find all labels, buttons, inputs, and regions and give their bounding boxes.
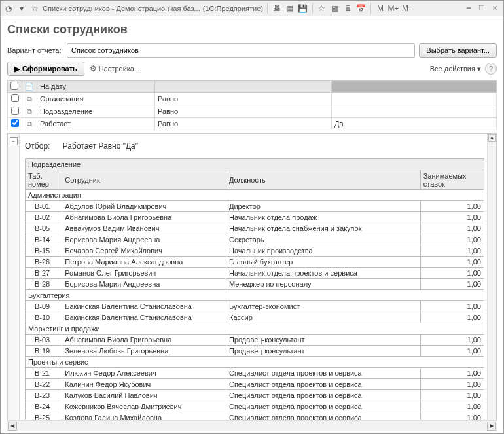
date-icon: 📄 xyxy=(22,81,37,93)
window-title-left: Списки сотрудников - Демонстрационная ба… xyxy=(43,5,200,12)
filter-field-icon: ⧉ xyxy=(22,105,37,118)
close-button[interactable]: ✕ xyxy=(489,3,501,14)
filter-value[interactable] xyxy=(332,93,497,105)
cell-rate: 1,00 xyxy=(420,312,484,323)
table-row[interactable]: В-15Бочаров Сергей МихайловичНачальник п… xyxy=(26,245,484,257)
report-scroll[interactable]: Отбор: Работает Равно "Да" Подразделение… xyxy=(20,134,487,420)
table-row[interactable]: В-01Абдулов Юрий ВладимировичДиректор1,0… xyxy=(26,201,484,212)
cell-position: Начальник отдела проектов и сервиса xyxy=(226,268,420,279)
filter-row[interactable]: ⧉ОрганизацияРавно xyxy=(8,93,497,105)
help-button[interactable]: ? xyxy=(485,63,497,75)
scroll-left-icon[interactable]: ◀ xyxy=(8,422,17,431)
filter-value[interactable] xyxy=(332,105,497,118)
settings-link[interactable]: Настройка... xyxy=(99,65,140,73)
dept-group-header[interactable]: Проекты и сервис xyxy=(26,357,484,368)
form-button[interactable]: ▶ Сформировать xyxy=(7,62,84,76)
filter-date-header: На дату xyxy=(37,81,155,93)
filter-check[interactable] xyxy=(8,93,22,105)
cell-employee: Романов Олег Григорьевич xyxy=(62,268,226,279)
cell-employee: Борисова Мария Андреевна xyxy=(62,279,226,290)
cell-position: Начальник производства xyxy=(226,245,420,257)
outline-gutter: − xyxy=(8,134,20,420)
table-row[interactable]: В-25Козлова Галина МихайловнаСпециалист … xyxy=(26,412,484,420)
table-row[interactable]: В-21Илюхин Федор АлексеевичСпециалист от… xyxy=(26,368,484,379)
table-row[interactable]: В-27Романов Олег ГригорьевичНачальник от… xyxy=(26,268,484,279)
table-row[interactable]: В-23Калуков Василий ПавловичСпециалист о… xyxy=(26,390,484,401)
table-row[interactable]: В-09Бакинская Валентина СтаниславовнаБух… xyxy=(26,301,484,312)
star-icon[interactable]: ☆ xyxy=(29,3,40,14)
all-actions-link[interactable]: Все действия ▾ xyxy=(430,65,481,73)
table-row[interactable]: В-03Абнагимова Виола ГригорьевнаПродавец… xyxy=(26,335,484,346)
filter-row[interactable]: ⧉ПодразделениеРавно xyxy=(8,105,497,118)
scroll-right-icon[interactable]: ▶ xyxy=(487,422,496,431)
cell-employee: Абдулов Юрий Владимирович xyxy=(62,201,226,212)
cell-rate: 1,00 xyxy=(420,401,484,412)
settings-icon[interactable]: ⚙ xyxy=(88,63,99,74)
cell-position: Начальник отдела продаж xyxy=(226,212,420,223)
cell-tabno: В-19 xyxy=(26,346,62,357)
mem-m-icon[interactable]: M xyxy=(375,3,386,14)
filter-check[interactable] xyxy=(8,105,22,118)
cell-position: Кассир xyxy=(226,312,420,323)
cell-position: Специалист отдела проектов и сервиса xyxy=(226,379,420,390)
cell-tabno: В-09 xyxy=(26,301,62,312)
cell-tabno: В-01 xyxy=(26,201,62,212)
calendar-icon[interactable]: 📅 xyxy=(356,3,367,14)
filter-condition[interactable]: Равно xyxy=(155,105,332,118)
cell-employee: Козлова Галина Михайловна xyxy=(62,412,226,420)
scroll-up-icon[interactable]: ▲ xyxy=(488,134,496,142)
dept-group-header[interactable]: Маркетинг и продажи xyxy=(26,323,484,335)
page-title: Списки сотрудников xyxy=(7,23,497,37)
cell-position: Главный бухгалтер xyxy=(226,257,420,268)
history-icon[interactable]: ▩ xyxy=(330,3,340,14)
table-row[interactable]: В-05Аввакумов Вадим ИвановичНачальник от… xyxy=(26,223,484,234)
mem-mminus-icon[interactable]: M- xyxy=(401,3,412,14)
cell-rate: 1,00 xyxy=(420,412,484,420)
cell-rate: 1,00 xyxy=(420,346,484,357)
table-row[interactable]: В-10Бакинская Валентина СтаниславовнаКас… xyxy=(26,312,484,323)
variant-label: Вариант отчета: xyxy=(7,46,63,54)
report-filter-line: Отбор: Работает Равно "Да" xyxy=(25,141,484,151)
cell-tabno: В-05 xyxy=(26,223,62,234)
app-icon: ◔ xyxy=(3,3,14,14)
preview-icon[interactable]: ▤ xyxy=(285,3,295,14)
calc-icon[interactable]: 🖩 xyxy=(343,3,353,14)
filter-check-header[interactable] xyxy=(8,81,22,93)
filter-value[interactable]: Да xyxy=(332,118,497,130)
mem-mplus-icon[interactable]: M+ xyxy=(388,3,399,14)
save-icon[interactable]: 💾 xyxy=(298,3,308,14)
table-row[interactable]: В-28Борисова Мария АндреевнаМенеджер по … xyxy=(26,279,484,290)
table-row[interactable]: В-26Петрова Марианна АлександровнаГлавны… xyxy=(26,257,484,268)
collapse-toggle[interactable]: − xyxy=(10,137,18,145)
choose-variant-button[interactable]: Выбрать вариант... xyxy=(419,43,497,58)
table-row[interactable]: В-02Абнагимова Виола ГригорьевнаНачальни… xyxy=(26,212,484,223)
dept-group-header[interactable]: Администрация xyxy=(26,190,484,201)
dept-group-header[interactable]: Бухгалтерия xyxy=(26,290,484,301)
cell-rate: 1,00 xyxy=(420,379,484,390)
print-icon[interactable]: 🖶 xyxy=(272,3,282,14)
cell-employee: Калуков Василий Павлович xyxy=(62,390,226,401)
filter-condition[interactable]: Равно xyxy=(155,118,332,130)
table-row[interactable]: В-24Кожевников Вячеслав ДмитриевичСпециа… xyxy=(26,401,484,412)
titlebar: ◔ ▾ ☆ Списки сотрудников - Демонстрацион… xyxy=(1,1,503,16)
cell-rate: 1,00 xyxy=(420,268,484,279)
cell-position: Специалист отдела проектов и сервиса xyxy=(226,390,420,401)
favorite-icon[interactable]: ☆ xyxy=(317,3,327,14)
variant-input[interactable] xyxy=(67,43,415,58)
maximize-button[interactable]: ☐ xyxy=(476,3,488,14)
filter-check[interactable] xyxy=(8,118,22,130)
filter-header-row: 📄 На дату xyxy=(8,81,497,93)
horizontal-scrollbar[interactable]: ◀ ▶ xyxy=(7,420,497,431)
col-dept-header: Подразделение xyxy=(26,159,484,170)
filter-row[interactable]: ⧉РаботаетРавноДа xyxy=(8,118,497,130)
table-row[interactable]: В-14Борисова Мария АндреевнаСекретарь1,0… xyxy=(26,234,484,245)
minimize-button[interactable]: ━ xyxy=(463,3,475,14)
table-row[interactable]: В-22Калинин Федор ЯкубовичСпециалист отд… xyxy=(26,379,484,390)
vertical-scrollbar[interactable]: ▲ xyxy=(487,134,496,420)
filter-condition[interactable]: Равно xyxy=(155,93,332,105)
dropdown-icon[interactable]: ▾ xyxy=(16,3,27,14)
page-body: Списки сотрудников Вариант отчета: Выбра… xyxy=(1,16,503,433)
table-row[interactable]: В-19Зеленова Любовь ГригорьевнаПродавец-… xyxy=(26,346,484,357)
cell-position: Директор xyxy=(226,201,420,212)
cell-rate: 1,00 xyxy=(420,335,484,346)
